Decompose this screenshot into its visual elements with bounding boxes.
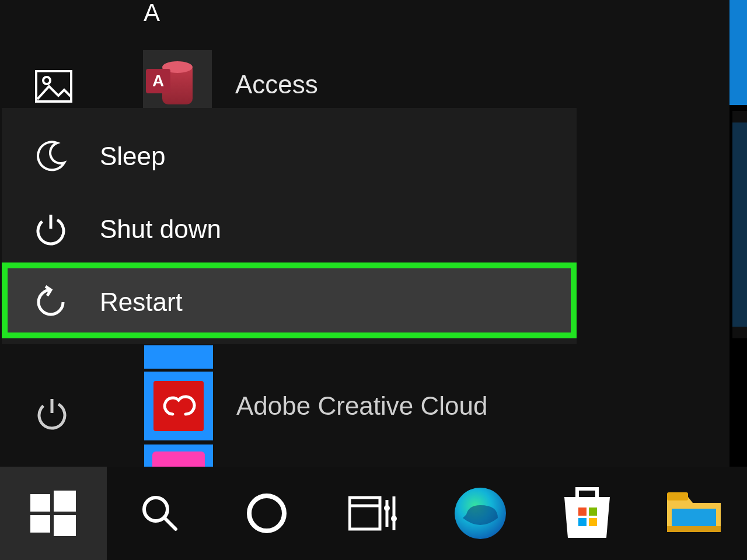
- taskbar: [0, 467, 747, 560]
- svg-rect-0: [36, 71, 71, 102]
- desktop: A A Access Sleep Shut down: [0, 0, 747, 560]
- taskbar-edge[interactable]: [427, 467, 533, 560]
- power-icon: [35, 397, 69, 430]
- app-item-adobe-creative-cloud[interactable]: Adobe Creative Cloud: [144, 371, 487, 441]
- app-tile-fragment[interactable]: [144, 345, 213, 369]
- restart-label: Restart: [100, 288, 183, 317]
- svg-rect-22: [578, 518, 587, 526]
- pictures-button[interactable]: [35, 70, 72, 103]
- app-tile-fragment[interactable]: [144, 444, 213, 467]
- svg-rect-13: [350, 498, 380, 529]
- file-explorer-icon: [665, 490, 723, 537]
- svg-rect-9: [54, 515, 76, 536]
- taskbar-cortana[interactable]: [214, 467, 320, 560]
- taskbar-task-view[interactable]: [320, 467, 427, 560]
- svg-point-1: [43, 77, 50, 84]
- svg-rect-24: [667, 492, 688, 501]
- power-icon: [34, 212, 68, 246]
- live-tile-fragment[interactable]: [729, 0, 747, 105]
- power-menu: Sleep Shut down Restart: [2, 108, 577, 344]
- taskbar-search[interactable]: [107, 467, 214, 560]
- svg-line-11: [165, 519, 176, 529]
- cortana-icon: [246, 492, 288, 534]
- power-menu-shutdown[interactable]: Shut down: [2, 192, 577, 265]
- taskbar-store[interactable]: [533, 467, 640, 560]
- svg-rect-23: [589, 518, 597, 526]
- apps-section-header[interactable]: A: [144, 0, 160, 27]
- store-icon: [561, 485, 613, 541]
- power-menu-sleep[interactable]: Sleep: [2, 120, 577, 192]
- search-icon: [139, 493, 180, 534]
- svg-point-17: [384, 505, 390, 511]
- edge-icon: [452, 485, 508, 541]
- windows-icon: [30, 491, 76, 536]
- svg-rect-8: [30, 515, 50, 533]
- sleep-label: Sleep: [100, 142, 166, 171]
- pictures-icon: [35, 70, 72, 103]
- restart-icon: [34, 285, 68, 319]
- svg-rect-25: [672, 509, 716, 528]
- svg-point-18: [391, 516, 397, 522]
- adobe-cc-icon: [144, 372, 213, 440]
- start-button[interactable]: [0, 467, 107, 560]
- svg-rect-20: [578, 508, 587, 516]
- creative-cloud-icon: [161, 394, 196, 418]
- svg-rect-6: [30, 494, 50, 512]
- shutdown-label: Shut down: [100, 215, 221, 244]
- access-badge-letter: A: [146, 69, 170, 93]
- power-button[interactable]: [35, 397, 69, 430]
- svg-rect-21: [589, 508, 597, 516]
- svg-rect-7: [54, 491, 76, 512]
- moon-icon: [34, 139, 68, 173]
- live-tile-fragment[interactable]: [732, 111, 747, 338]
- taskbar-file-explorer[interactable]: [640, 467, 747, 560]
- svg-point-12: [249, 496, 284, 531]
- app-label-access: Access: [235, 70, 318, 99]
- power-menu-restart[interactable]: Restart: [2, 265, 577, 338]
- task-view-icon: [348, 494, 399, 533]
- app-label-adobe-cc: Adobe Creative Cloud: [236, 391, 487, 421]
- svg-rect-26: [667, 526, 721, 532]
